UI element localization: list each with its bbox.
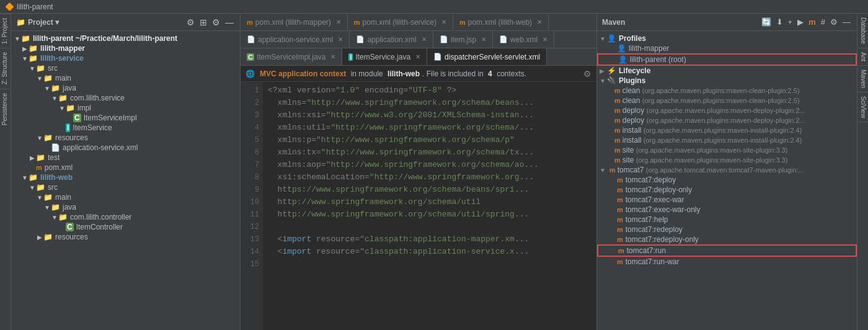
tree-item-ItemServiceImpl[interactable]: C ItemServiceImpl [11,113,240,123]
code-line-14: <import resource="classpath:application-… [268,246,591,258]
tree-item-main2[interactable]: ▼ 📁 main [11,73,240,83]
maven-m-icon[interactable]: m [807,17,817,27]
maven-goal-tomcat7-exec-war[interactable]: m tomcat7:exec-war [597,195,857,205]
maven-plugin-tomcat7[interactable]: ▼ m tomcat7 (org.apache.tomcat.maven:tom… [597,165,857,175]
app-icon: 🔶 [5,2,14,11]
maven-goal-tomcat7-help[interactable]: m tomcat7:help [597,215,857,225]
maven-lifecycle-section[interactable]: ▶ ⚡ Lifecycle [597,66,857,76]
maven-plugin-install1[interactable]: m install (org.apache.maven.plugins:mave… [597,125,857,135]
folder-icon: 📁 [43,233,53,241]
maven-add-icon[interactable]: + [787,17,794,27]
close-icon[interactable]: ✕ [415,53,420,60]
maven-plugin-site2[interactable]: m site (org.apache.maven.plugins:maven-s… [597,155,857,165]
right-label-maven[interactable]: Maven [857,66,868,92]
tab-label: ItemServiceImpl.java [257,53,326,61]
tab-web-xml[interactable]: 📄 web.xml ✕ [493,31,554,48]
maven-settings-icon[interactable]: ⚙ [829,17,839,27]
tree-item-main3[interactable]: ▼ 📁 main [11,192,240,202]
tree-item-com-lilith-controller[interactable]: ▼ 📁 com.lilith.controller [11,212,240,222]
maven-close-icon[interactable]: — [841,17,852,27]
maven-goal-tomcat7-redeploy[interactable]: m tomcat7:redeploy [597,225,857,234]
close-icon[interactable]: ✕ [330,53,335,60]
close-icon[interactable]: ✕ [481,36,486,43]
tab-pom-web[interactable]: m pom.xml (lilith-web) ✕ [453,14,549,31]
tree-item-impl[interactable]: ▼ 📁 impl [11,103,240,113]
panel-close-icon[interactable]: — [224,17,235,27]
lifecycle-icon: ⚡ [607,66,616,75]
maven-skip-icon[interactable]: # [820,17,826,27]
maven-refresh-icon[interactable]: 🔄 [760,17,773,27]
maven-plugin-clean1[interactable]: m clean (org.apache.maven.plugins:maven-… [597,86,857,96]
tree-item-lilith-parent[interactable]: ▼ 📁 lilith-parent ~/Practice/March/lilit… [11,33,240,43]
maven-plugin-clean2[interactable]: m clean (org.apache.maven.plugins:maven-… [597,96,857,105]
editor-tab-bar-1: m pom.xml (lilith-mapper) ✕ m pom.xml (l… [241,14,596,31]
right-label-sciview[interactable]: SciView [857,92,868,122]
panel-settings-icon[interactable]: ⚙ [185,17,196,27]
tree-item-resources2[interactable]: ▶ 📁 resources [11,232,240,242]
close-icon[interactable]: ✕ [336,19,341,25]
maven-goal-tomcat7-redeploy-only[interactable]: m tomcat7:redeploy-only [597,234,857,244]
tree-item-src2[interactable]: ▼ 📁 src [11,63,240,73]
maven-goal-tomcat7-deploy[interactable]: m tomcat7:deploy [597,175,857,185]
sidebar-label-project[interactable]: 1: Project [0,14,11,48]
tab-pom-mapper[interactable]: m pom.xml (lilith-mapper) ✕ [241,14,348,31]
tree-arrow: ▼ [36,194,43,201]
tree-arrow: ▶ [21,45,29,52]
panel-layout-icon[interactable]: ⊞ [198,17,208,27]
maven-profiles-section[interactable]: ▼ 👤 Profiles [597,33,857,43]
tree-label: resources [55,233,88,241]
sidebar-label-structure[interactable]: Z: Structure [0,48,11,88]
tree-item-java2[interactable]: ▼ 📁 java [11,83,240,93]
close-icon[interactable]: ✕ [441,19,446,25]
tab-application-service[interactable]: 📄 application-service.xml ✕ [241,31,350,48]
tree-item-lilith-web[interactable]: ▼ 📁 lilith-web [11,172,240,182]
maven-goal-run-label: tomcat7:run [627,246,666,255]
maven-profile-lilith-mapper[interactable]: 👤 lilith-mapper [597,43,857,53]
tab-application[interactable]: 📄 application.xml ✕ [350,31,433,48]
tree-item-ItemController[interactable]: C ItemController [11,222,240,232]
code-editor[interactable]: 1 2 3 4 5 6 7 8 9 10 11 12 13 14 15 <?xm… [241,82,596,330]
maven-goal-tomcat7-run-war[interactable]: m tomcat7:run-war [597,257,857,267]
project-folder-icon: 📁 [16,18,25,27]
tab-pom-service[interactable]: m pom.xml (lilith-service) ✕ [348,14,453,31]
close-icon[interactable]: ✕ [542,36,547,43]
tree-label-com-lilith-service: com.lilith.service [70,94,125,102]
right-label-database[interactable]: Database [857,14,868,48]
info-bar: 🌐 MVC application context in module lili… [241,66,596,82]
code-content[interactable]: <?xml version="1.0" encoding="UTF-8" ?> … [263,82,596,330]
tab-ItemService[interactable]: I ItemService.java ✕ [342,48,427,66]
close-icon[interactable]: ✕ [422,36,427,43]
tree-item-lilith-mapper[interactable]: ▶ 📁 lilith-mapper [11,43,240,53]
tree-item-com-lilith-service[interactable]: ▼ 📁 com.lilith.service [11,93,240,103]
maven-goal-label: tomcat7:deploy-only [626,185,692,194]
tree-item-java3[interactable]: ▼ 📁 java [11,202,240,212]
maven-plugin-install2[interactable]: m install (org.apache.maven.plugins:mave… [597,135,857,145]
tree-item-application-service-xml[interactable]: 📄 application-service.xml [11,143,240,153]
tree-item-test2[interactable]: ▶ 📁 test [11,153,240,163]
tree-item-src3[interactable]: ▼ 📁 src [11,182,240,192]
close-icon[interactable]: ✕ [537,19,542,25]
tree-item-pom2[interactable]: m pom.xml [11,163,240,172]
tab-item-jsp[interactable]: 📄 item.jsp ✕ [433,31,493,48]
settings-icon[interactable]: ⚙ [583,69,591,79]
tab-dispatcherServlet[interactable]: 📄 dispatcherServlet-servlet.xml [427,48,547,66]
tab-ItemServiceImpl[interactable]: C ItemServiceImpl.java ✕ [241,48,342,66]
tree-item-ItemService[interactable]: I ItemService [11,123,240,133]
maven-goal-tomcat7-run[interactable]: m tomcat7:run [597,244,857,257]
maven-plugins-section[interactable]: ▼ 🔌 Plugins [597,76,857,86]
tree-item-resources1[interactable]: ▼ 📁 resources [11,133,240,143]
right-label-ant[interactable]: Ant [857,48,868,66]
maven-goal-tomcat7-deploy-only[interactable]: m tomcat7:deploy-only [597,185,857,195]
maven-plugin-deploy1[interactable]: m deploy (org.apache.maven.plugins:maven… [597,105,857,115]
maven-plugin-site1[interactable]: m site (org.apache.maven.plugins:maven-s… [597,145,857,155]
maven-plugin-deploy2[interactable]: m deploy (org.apache.maven.plugins:maven… [597,115,857,125]
maven-download-icon[interactable]: ⬇ [775,17,784,27]
panel-gear-icon[interactable]: ⚙ [211,17,221,27]
maven-profile-lilith-parent[interactable]: 👤 lilith-parent (root) [597,53,857,66]
close-icon[interactable]: ✕ [338,36,343,43]
tree-item-lilith-service[interactable]: ▼ 📁 lilith-service [11,53,240,63]
sidebar-label-persistence[interactable]: Persistence [0,89,11,129]
maven-goal-tomcat7-exec-war-only[interactable]: m tomcat7:exec-war-only [597,205,857,215]
maven-run-icon[interactable]: ▶ [796,17,805,27]
code-line-9: https://www.springframework.org/schema/b… [268,184,591,196]
